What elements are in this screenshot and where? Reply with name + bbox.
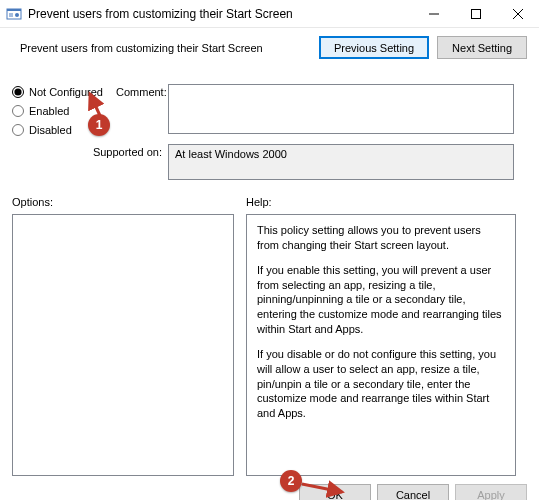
radio-not-configured-input[interactable] [12,86,24,98]
annotation-callout-1: 1 [88,114,110,136]
supported-on-value: At least Windows 2000 [168,144,514,180]
svg-point-2 [15,13,19,17]
state-radio-group: Not Configured Enabled Disabled [12,86,103,143]
help-label: Help: [246,196,272,208]
svg-rect-1 [7,9,21,11]
help-panel: This policy setting allows you to preven… [246,214,516,476]
apply-button[interactable]: Apply [455,484,527,500]
svg-rect-3 [472,9,481,18]
dialog-button-row: OK Cancel Apply [0,484,527,500]
close-button[interactable] [497,0,539,28]
ok-button[interactable]: OK [299,484,371,500]
window-title: Prevent users from customizing their Sta… [28,7,413,21]
radio-disabled-input[interactable] [12,124,24,136]
radio-enabled-label: Enabled [29,105,69,117]
radio-not-configured-label: Not Configured [29,86,103,98]
help-text-p1: This policy setting allows you to preven… [257,223,505,253]
supported-on-label: Supported on: [82,146,162,158]
radio-enabled[interactable]: Enabled [12,105,103,117]
maximize-button[interactable] [455,0,497,28]
policy-subtitle: Prevent users from customizing their Sta… [20,42,311,54]
next-setting-button[interactable]: Next Setting [437,36,527,59]
help-text-p3: If you disable or do not configure this … [257,347,505,421]
title-bar: Prevent users from customizing their Sta… [0,0,539,28]
comment-textarea[interactable] [168,84,514,134]
options-label: Options: [12,196,53,208]
radio-enabled-input[interactable] [12,105,24,117]
app-icon [6,6,22,22]
annotation-callout-2: 2 [280,470,302,492]
minimize-button[interactable] [413,0,455,28]
radio-not-configured[interactable]: Not Configured [12,86,103,98]
previous-setting-button[interactable]: Previous Setting [319,36,429,59]
options-panel [12,214,234,476]
comment-label: Comment: [116,86,167,98]
radio-disabled-label: Disabled [29,124,72,136]
help-text-p2: If you enable this setting, you will pre… [257,263,505,337]
cancel-button[interactable]: Cancel [377,484,449,500]
